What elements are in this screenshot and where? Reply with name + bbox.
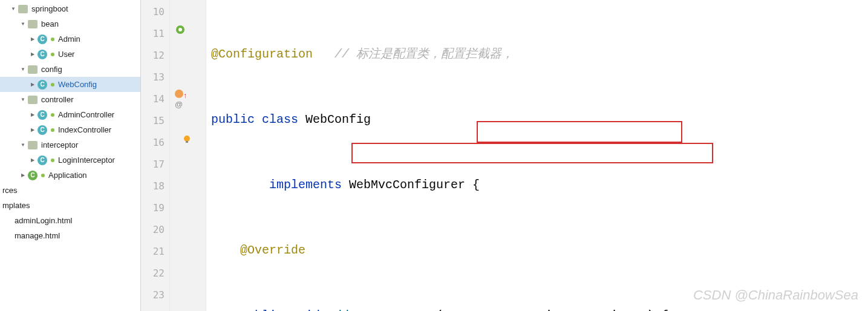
tree-folder-springboot[interactable]: springboot (0, 1, 140, 16)
chevron-down-icon (19, 142, 27, 149)
svg-point-2 (184, 136, 190, 142)
package-icon (28, 96, 38, 104)
run-dot-icon (51, 53, 54, 56)
run-dot-icon (41, 174, 45, 177)
package-icon (28, 65, 38, 74)
run-dot-icon (51, 128, 54, 132)
project-tree[interactable]: springboot bean Admin User config WebCon… (0, 0, 141, 311)
line-number: 11 (141, 23, 169, 45)
package-icon (28, 141, 38, 149)
highlight-box-2 (351, 143, 713, 163)
chevron-down-icon (19, 66, 27, 73)
line-number: 13 (141, 67, 169, 88)
chevron-right-icon (29, 111, 36, 119)
chevron-down-icon (19, 96, 27, 103)
line-number: 19 (141, 197, 169, 219)
line-number: 15 (141, 110, 169, 132)
line-number: 24 (141, 306, 169, 311)
tree-class-webconfig[interactable]: WebConfig (0, 77, 140, 92)
line-number: 18 (141, 175, 169, 197)
package-icon (28, 20, 38, 28)
gutter-icons: ↑ @ (170, 0, 206, 311)
html-icon (2, 217, 11, 225)
tree-class-indexcontroller[interactable]: IndexController (0, 122, 140, 137)
chevron-right-icon (29, 51, 36, 58)
watermark: CSDN @ChinaRainbowSea (693, 284, 858, 306)
tree-folder-controller[interactable]: controller (0, 92, 140, 107)
class-icon (38, 80, 47, 90)
line-number: 20 (141, 219, 169, 241)
class-icon (38, 125, 47, 135)
code-line[interactable]: public class WebConfig (206, 109, 868, 131)
chevron-down-icon (19, 21, 27, 28)
chevron-right-icon (29, 157, 36, 164)
tree-class-user[interactable]: User (0, 47, 140, 62)
app-icon (28, 171, 38, 180)
chevron-right-icon (29, 36, 36, 43)
chevron-down-icon (10, 5, 17, 13)
class-icon (38, 50, 47, 59)
line-number: 12 (141, 45, 169, 67)
tree-folder-config[interactable]: config (0, 62, 140, 77)
svg-point-1 (178, 28, 182, 31)
line-number: 22 (141, 263, 169, 284)
override-icon[interactable]: ↑ @ (175, 90, 187, 102)
tree-class-admin[interactable]: Admin (0, 31, 140, 47)
class-icon (38, 156, 47, 165)
tree-folder-interceptor[interactable]: interceptor (0, 137, 140, 152)
tree-folder-templates[interactable]: mplates (0, 198, 140, 213)
html-icon (2, 232, 11, 240)
bean-icon[interactable] (175, 24, 187, 36)
tree-class-admincontroller[interactable]: AdminController (0, 107, 140, 122)
package-icon (18, 5, 28, 13)
line-number-gutter[interactable]: 10 11 12 13 14 15 16 17 18 19 20 21 22 2… (141, 0, 170, 311)
code-line[interactable]: @Override (206, 240, 868, 261)
code-editor[interactable]: @Configuration // 标注是配置类，配置拦截器， public c… (206, 0, 868, 311)
tree-file-adminlogin[interactable]: adminLogin.html (0, 213, 140, 228)
chevron-right-icon (29, 126, 36, 134)
line-number: 17 (141, 154, 169, 175)
code-line[interactable]: @Configuration // 标注是配置类，配置拦截器， (206, 44, 868, 65)
run-dot-icon (51, 159, 54, 162)
tree-folder-bean[interactable]: bean (0, 16, 140, 31)
class-icon (38, 34, 47, 44)
line-number: 10 (141, 1, 169, 23)
tree-class-logininterceptor[interactable]: LoginInterceptor (0, 152, 140, 168)
code-line[interactable]: implements WebMvcConfigurer { (206, 174, 868, 196)
class-icon (38, 110, 47, 120)
line-number: 23 (141, 284, 169, 306)
tree-folder-resources[interactable]: rces (0, 183, 140, 198)
tree-class-application[interactable]: Application (0, 168, 140, 183)
tree-file-manage[interactable]: manage.html (0, 228, 140, 243)
line-number: 14 (141, 88, 169, 110)
bulb-icon[interactable] (182, 134, 194, 146)
line-number: 16 (141, 132, 169, 154)
chevron-right-icon (19, 172, 27, 179)
svg-rect-3 (186, 141, 188, 143)
chevron-right-icon (29, 81, 36, 88)
run-dot-icon (51, 113, 54, 117)
run-dot-icon (51, 83, 54, 87)
line-number: 21 (141, 241, 169, 263)
run-dot-icon (51, 38, 54, 41)
